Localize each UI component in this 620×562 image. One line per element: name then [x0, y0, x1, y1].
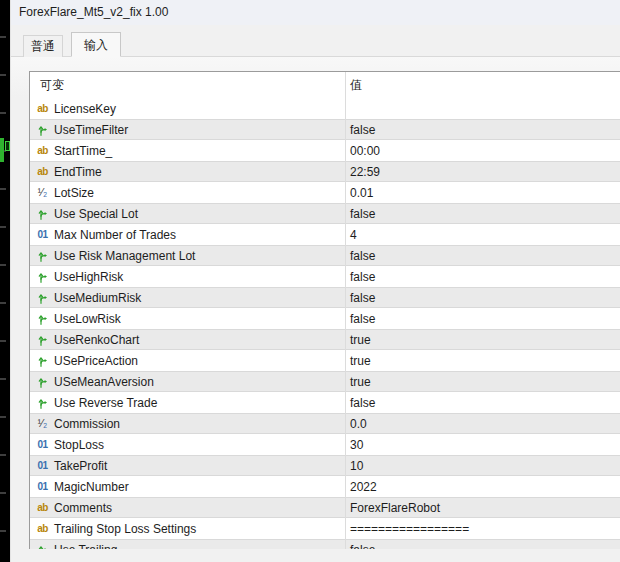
param-value[interactable]: true [345, 375, 620, 389]
param-value[interactable]: 0.01 [345, 186, 620, 200]
dialog-titlebar: ForexFlare_Mt5_v2_fix 1.00 [11, 0, 620, 25]
param-row[interactable]: 01TakeProfit10 [30, 455, 620, 476]
param-name: MagicNumber [54, 480, 129, 494]
param-name: Trailing Stop Loss Settings [54, 522, 196, 536]
param-name-cell: 01TakeProfit [30, 459, 345, 473]
param-name-cell: UseRenkoChart [30, 333, 345, 347]
param-row[interactable]: UseHighRiskfalse [30, 266, 620, 287]
param-name: Use Trailing [54, 543, 117, 550]
param-name-cell: 01Max Number of Trades [30, 228, 345, 242]
param-row[interactable]: Use Reverse Tradefalse [30, 392, 620, 413]
param-name-cell: Use Risk Management Lot [30, 249, 345, 263]
param-name-cell: abComments [30, 501, 345, 515]
param-value[interactable]: false [345, 207, 620, 221]
double-type-icon: ¹⁄₂ [35, 418, 50, 429]
param-row[interactable]: 01MagicNumber2022 [30, 476, 620, 497]
param-row[interactable]: UseRenkoCharttrue [30, 329, 620, 350]
bool-branch-icon [35, 376, 50, 388]
param-name-cell: Use Reverse Trade [30, 396, 345, 410]
param-row[interactable]: Use Special Lotfalse [30, 203, 620, 224]
bool-branch-icon [35, 208, 50, 220]
param-row[interactable]: abLicenseKey [30, 98, 620, 119]
param-row[interactable]: UseMediumRiskfalse [30, 287, 620, 308]
tab-inputs[interactable]: 输入 [71, 32, 121, 57]
integer-type-icon: 01 [35, 230, 50, 240]
param-value[interactable]: false [345, 291, 620, 305]
integer-type-icon: 01 [35, 461, 50, 471]
param-row[interactable]: ¹⁄₂LotSize0.01 [30, 182, 620, 203]
param-row[interactable]: abTrailing Stop Loss Settings===========… [30, 518, 620, 539]
param-value[interactable]: false [345, 270, 620, 284]
param-row[interactable]: UseLowRiskfalse [30, 308, 620, 329]
param-name: UseTimeFilter [54, 123, 128, 137]
param-value[interactable]: 00:00 [345, 144, 620, 158]
param-value[interactable]: true [345, 354, 620, 368]
param-name: UseLowRisk [54, 312, 121, 326]
integer-type-icon: 01 [35, 440, 50, 450]
param-name: Max Number of Trades [54, 228, 176, 242]
param-row[interactable]: 01StopLoss30 [30, 434, 620, 455]
param-value[interactable]: false [345, 249, 620, 263]
param-name: StopLoss [54, 438, 104, 452]
string-type-icon: ab [35, 104, 50, 114]
param-row[interactable]: Use Risk Management Lotfalse [30, 245, 620, 266]
param-name-cell: abEndTime [30, 165, 345, 179]
param-name-cell: UseTimeFilter [30, 123, 345, 137]
table-header: 可变 值 [30, 72, 620, 98]
param-row[interactable]: abCommentsForexFlareRobot [30, 497, 620, 518]
param-name: UseRenkoChart [54, 333, 139, 347]
param-name: LicenseKey [54, 102, 116, 116]
param-name: USePriceAction [54, 354, 138, 368]
bool-branch-icon [35, 355, 50, 367]
param-row[interactable]: UseTimeFilterfalse [30, 119, 620, 140]
tab-common[interactable]: 普通 [23, 35, 63, 57]
param-name-cell: Use Trailing [30, 543, 345, 550]
param-value[interactable]: 22:59 [345, 165, 620, 179]
param-row[interactable]: abEndTime22:59 [30, 161, 620, 182]
param-name-cell: USePriceAction [30, 354, 345, 368]
param-value[interactable]: false [345, 312, 620, 326]
param-value[interactable]: false [345, 123, 620, 137]
param-value[interactable]: 4 [345, 228, 620, 242]
param-name: UseMediumRisk [54, 291, 141, 305]
param-name: Comments [54, 501, 112, 515]
param-name-cell: USeMeanAversion [30, 375, 345, 389]
column-divider[interactable] [345, 72, 346, 549]
integer-type-icon: 01 [35, 482, 50, 492]
param-value[interactable]: 10 [345, 459, 620, 473]
column-header-variable: 可变 [30, 77, 345, 94]
param-value[interactable]: 0.0 [345, 417, 620, 431]
dialog-title: ForexFlare_Mt5_v2_fix 1.00 [19, 5, 168, 19]
param-name: Commission [54, 417, 120, 431]
param-value[interactable]: 30 [345, 438, 620, 452]
param-name-cell: Use Special Lot [30, 207, 345, 221]
param-value[interactable]: ForexFlareRobot [345, 501, 620, 515]
param-row[interactable]: 01Max Number of Trades4 [30, 224, 620, 245]
param-value[interactable]: 2022 [345, 480, 620, 494]
bool-branch-icon [35, 544, 50, 550]
tab-content: 可变 值 abLicenseKey UseTimeFilterfalseabSt… [11, 57, 620, 562]
tab-inputs-label: 输入 [84, 38, 108, 52]
param-row[interactable]: Use Trailingfalse [30, 539, 620, 549]
param-row[interactable]: USeMeanAversiontrue [30, 371, 620, 392]
param-row[interactable]: USePriceActiontrue [30, 350, 620, 371]
param-row[interactable]: abStartTime_00:00 [30, 140, 620, 161]
string-type-icon: ab [35, 146, 50, 156]
param-value[interactable]: true [345, 333, 620, 347]
param-name-cell: 01MagicNumber [30, 480, 345, 494]
column-header-value: 值 [345, 77, 362, 94]
param-value[interactable]: false [345, 543, 620, 550]
param-name-cell: ¹⁄₂Commission [30, 417, 345, 431]
param-name: UseHighRisk [54, 270, 123, 284]
bool-branch-icon [35, 397, 50, 409]
param-value[interactable]: ================= [345, 522, 620, 536]
param-name: TakeProfit [54, 459, 107, 473]
param-row[interactable]: ¹⁄₂Commission0.0 [30, 413, 620, 434]
tab-strip: 普通 输入 [11, 25, 620, 57]
bool-branch-icon [35, 292, 50, 304]
string-type-icon: ab [35, 524, 50, 534]
param-name: LotSize [54, 186, 94, 200]
bool-branch-icon [35, 124, 50, 136]
param-value[interactable]: false [345, 396, 620, 410]
param-name-cell: 01StopLoss [30, 438, 345, 452]
